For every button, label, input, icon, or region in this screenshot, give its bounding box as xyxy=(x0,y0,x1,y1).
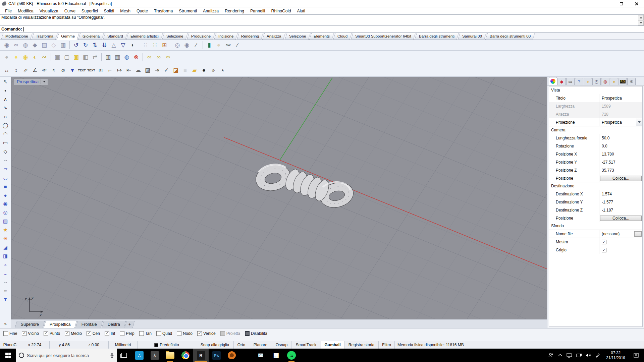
leader-icon[interactable]: ⌐ xyxy=(106,66,114,75)
ellipse-icon[interactable]: ◯ xyxy=(1,121,10,130)
app-mail-button[interactable]: ✉ xyxy=(253,349,268,362)
viewport-title-menu[interactable]: Prospettica xyxy=(14,79,48,85)
gem-size-chart-icon[interactable]: ▤ xyxy=(40,41,49,50)
toolbar-tab-produzione[interactable]: Produzione xyxy=(186,33,215,40)
property-value[interactable]: Colloca... xyxy=(599,214,642,222)
osnap-medio[interactable]: Medio xyxy=(65,331,82,336)
taskbar-search[interactable]: Scrivi qui per eseguire la ricerca xyxy=(16,349,117,362)
menu-item-analizza[interactable]: Analizza xyxy=(200,8,222,14)
toolbar-tab-samurai-00[interactable]: Samurai 00 xyxy=(458,33,486,40)
osnap-fine[interactable]: Fine xyxy=(3,331,17,336)
status-memoria[interactable]: Memoria fisica disponibile: 11816 MB xyxy=(395,341,644,349)
microphone-icon[interactable] xyxy=(110,353,114,358)
dim-aligned-icon[interactable]: ⇗ xyxy=(21,66,30,75)
osnap-vertice[interactable]: Vertice xyxy=(197,331,216,336)
checkbox[interactable] xyxy=(120,331,124,336)
viewport-tab-destra[interactable]: Destra xyxy=(102,321,126,328)
gem-outline-icon[interactable]: ◇ xyxy=(49,41,58,50)
more-tools-icon[interactable]: » xyxy=(1,319,10,328)
checkbox[interactable] xyxy=(44,331,48,336)
status-gumball[interactable]: Gumball xyxy=(321,341,344,349)
rotate-ccw-icon[interactable]: ↺ xyxy=(72,41,80,50)
checkbox[interactable] xyxy=(105,331,109,336)
notification-center-button[interactable] xyxy=(631,349,642,362)
status-predefinito[interactable]: Predefinito xyxy=(138,341,196,349)
network-icon[interactable] xyxy=(567,352,573,358)
scroll-up-button[interactable] xyxy=(638,15,644,20)
start-button[interactable] xyxy=(0,349,16,362)
osnap-vicino[interactable]: Vicino xyxy=(22,331,39,336)
property-value[interactable]: -1.187 xyxy=(599,206,642,214)
arc-icon[interactable]: ◠ xyxy=(1,130,10,138)
layer-invert-bulb-icon[interactable]: ◐ xyxy=(31,53,39,62)
status-planare[interactable]: Planare xyxy=(249,341,272,349)
select-points-icon[interactable]: ▥ xyxy=(104,53,112,62)
spheres-icon[interactable]: ◉ xyxy=(1,199,10,208)
select-arrow-icon[interactable]: ↖ xyxy=(1,77,10,86)
perspective-viewport[interactable]: y x z, Prospettica xyxy=(11,77,547,319)
polygon-icon[interactable]: ◇ xyxy=(1,147,10,156)
app-rhinoceros-button[interactable]: R xyxy=(193,349,209,362)
browse-button[interactable]: ... xyxy=(634,231,642,237)
boolean-intersection-icon[interactable]: ◒ xyxy=(1,269,10,278)
chevron-up-icon[interactable] xyxy=(557,352,563,358)
move-gems-down-icon[interactable]: ⇊ xyxy=(100,41,109,50)
osnap-disabilita[interactable]: Disabilita xyxy=(245,331,267,336)
dim-recenter-icon[interactable]: ⇥ xyxy=(153,66,161,75)
unisolate-objects-icon[interactable]: ⊗ xyxy=(132,53,141,62)
help-tab[interactable]: ? xyxy=(575,78,583,85)
toolbar-tab-gemme[interactable]: Gemme xyxy=(56,33,79,40)
numbering-icon[interactable]: [2] xyxy=(96,66,105,75)
dim-vertical-icon[interactable]: ↕ xyxy=(12,66,20,75)
box-edit-icon[interactable]: ◪ xyxy=(171,66,180,75)
menu-item-rendering[interactable]: Rendering xyxy=(222,8,247,14)
checkbox[interactable] xyxy=(65,331,69,336)
toolbar-tab-incisione[interactable]: Incisione xyxy=(214,33,238,40)
status-pianoc[interactable]: PianoC xyxy=(0,341,20,349)
layer-one-bulb-icon[interactable]: ◉ xyxy=(21,53,30,62)
layer-swap-bulb-icon[interactable]: ∾ xyxy=(40,53,49,62)
property-value[interactable]: 13.780 xyxy=(599,150,642,158)
spiral-icon[interactable]: @ xyxy=(209,66,218,75)
dim-check-icon[interactable]: ✓ xyxy=(162,66,171,75)
gem-cluster-move-icon[interactable]: ∷ xyxy=(151,41,159,50)
screen-tab[interactable]: ▭ xyxy=(566,78,575,85)
torus-icon[interactable]: ◎ xyxy=(1,208,10,217)
isolate-objects-icon[interactable]: ◍ xyxy=(122,53,131,62)
status-smarttrack[interactable]: SmartTrack xyxy=(291,341,321,349)
viewport-tab-frontale[interactable]: Frontale xyxy=(75,321,103,328)
checkbox[interactable] xyxy=(602,248,606,252)
close-button[interactable] xyxy=(629,0,644,7)
point-icon[interactable]: • xyxy=(1,86,10,95)
viewport-tab-superiore[interactable]: Superiore xyxy=(15,321,45,328)
checkbox[interactable] xyxy=(156,331,161,336)
checkbox[interactable] xyxy=(245,331,250,336)
menu-item-superfici[interactable]: Superfici xyxy=(78,8,101,14)
menu-item-file[interactable]: File xyxy=(2,8,15,14)
dim-diameter-icon[interactable]: ⌀ xyxy=(59,66,67,75)
property-value[interactable]: -27.517 xyxy=(599,158,642,166)
curved-surface-icon[interactable]: ◡ xyxy=(1,173,10,182)
toolbar-tab-trasforma[interactable]: Trasforma xyxy=(32,33,58,40)
checkbox[interactable] xyxy=(197,331,202,336)
taskbar-clock[interactable]: 07:22 21/11/2019 xyxy=(604,350,627,360)
arrowhead-icon[interactable]: ▼ xyxy=(68,66,77,75)
solidworks-icon[interactable]: SW xyxy=(224,41,232,50)
toolbar-tab-barra-degli-strumenti[interactable]: Barra degli strumenti xyxy=(415,33,459,40)
dim-baseline-icon[interactable]: ⇤ xyxy=(124,66,133,75)
menu-item-curve[interactable]: Curve xyxy=(61,8,78,14)
menu-item-solidi[interactable]: Solidi xyxy=(101,8,117,14)
scroll-down-button[interactable] xyxy=(638,20,644,25)
dim-rotated-icon[interactable]: ∠ xyxy=(31,66,39,75)
property-value[interactable]: 50.0 xyxy=(599,134,642,142)
paint-tab[interactable]: ◍ xyxy=(601,78,609,85)
annotation-list-icon[interactable]: ≡ xyxy=(181,66,190,75)
status-z[interactable]: z 0.00 xyxy=(79,341,109,349)
split-icon[interactable]: ◨ xyxy=(1,252,10,260)
property-value[interactable]: 1.574 xyxy=(599,190,642,198)
clock-tab[interactable]: ◷ xyxy=(592,78,601,85)
boolean-union-icon[interactable]: ★ xyxy=(1,226,10,234)
menu-item-strumenti[interactable]: Strumenti xyxy=(176,8,200,14)
command-line[interactable]: Comando: xyxy=(0,26,644,33)
layer-pair-3-icon[interactable]: ∞ xyxy=(164,53,172,62)
